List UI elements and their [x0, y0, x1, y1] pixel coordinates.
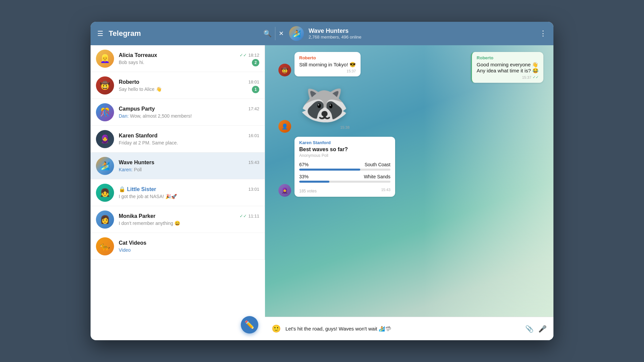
- sidebar-item-alicia[interactable]: 👱‍♀️ Alicia Torreaux ✓✓18:12 Bob says hi…: [91, 45, 265, 72]
- avatar-catvideo: 🐆: [96, 237, 114, 255]
- chat-name-catvideo: Cat Videos: [119, 240, 146, 246]
- avatar-roberto: 🤠: [96, 76, 114, 95]
- chat-content-catvideo: Cat Videos Video: [119, 240, 259, 253]
- chat-top-alicia: Alicia Torreaux ✓✓18:12: [119, 52, 259, 58]
- msg-avatar-user: 👤: [278, 120, 291, 133]
- mic-button[interactable]: 🎤: [538, 325, 547, 333]
- poll-option-1[interactable]: 67% South Coast: [299, 162, 390, 171]
- chat-preview-karen: Friday at 2 PM. Same place.: [119, 140, 226, 145]
- chat-name-roberto: Roberto: [119, 79, 139, 85]
- top-bubble-meta: 15:37 ✓✓: [477, 75, 539, 79]
- poll-meta: 185 votes 15:43: [299, 186, 390, 193]
- avatar-wavehunters: 🏄: [96, 157, 114, 175]
- chat-name-karen: Karen Stanford: [119, 133, 158, 139]
- sidebar-item-karen[interactable]: 🧕 Karen Stanford 16:01 Friday at 2 PM. S…: [91, 126, 265, 153]
- poll-bar-fill-1: [299, 169, 360, 171]
- input-area: 🙂 📎 🎤: [265, 317, 553, 340]
- chat-area: Roberto Good morning everyone 👋Any idea …: [265, 45, 553, 340]
- chat-preview-monika: I don't remember anything 😄: [119, 221, 226, 226]
- sidebar-item-campus[interactable]: 🎊 Campus Party 17:42 Dan: Wow, almost 2,…: [91, 99, 265, 126]
- attach-button[interactable]: 📎: [525, 325, 534, 333]
- chat-content-wavehunters: Wave Hunters 15:43 Karen: Poll: [119, 160, 259, 172]
- bubble-text-roberto: Still morning in Tokyo! 😎: [299, 62, 356, 68]
- search-icon[interactable]: 🔍: [263, 29, 272, 38]
- chat-time-roberto: 18:01: [248, 79, 259, 84]
- chat-header-info: 🏄 Wave Hunters 2,768 members, 496 online: [289, 26, 539, 41]
- message-row-sticker: 👤 🦝 15:38: [278, 80, 540, 133]
- message-input[interactable]: [285, 326, 521, 331]
- bubble-sender-roberto: Roberto: [299, 55, 356, 60]
- emoji-button[interactable]: 🙂: [272, 324, 281, 333]
- poll-option-pct-2: 33%: [299, 174, 309, 179]
- chat-header-text: Wave Hunters 2,768 members, 496 online: [309, 27, 539, 40]
- poll-bar-fill-2: [299, 181, 329, 183]
- chat-content-roberto: Roberto 18:01 Say hello to Alice 👋: [119, 79, 259, 92]
- sidebar-item-roberto[interactable]: 🤠 Roberto 18:01 Say hello to Alice 👋 1: [91, 72, 265, 99]
- chat-name-littlesister: 🔒 Little Sister: [119, 186, 156, 192]
- sidebar-wrapper: 👱‍♀️ Alicia Torreaux ✓✓18:12 Bob says hi…: [91, 45, 265, 340]
- sidebar-item-monika[interactable]: 👩 Monika Parker ✓✓11:11 I don't remember…: [91, 206, 265, 233]
- top-bubble-sender: Roberto: [477, 55, 539, 60]
- badge-roberto: 1: [252, 86, 259, 93]
- bubble-sticker: 🦝 15:38: [294, 80, 354, 133]
- chat-time-alicia: ✓✓18:12: [239, 53, 259, 58]
- poll-title: Best waves so far?: [299, 146, 390, 153]
- bubble-meta-roberto: 15:37: [299, 69, 356, 73]
- chat-header-avatar: 🏄: [289, 26, 304, 41]
- poll-option-text-1: South Coast: [365, 162, 390, 167]
- sidebar-item-littlesister[interactable]: 👧 🔒 Little Sister 13:01 I got the job at…: [91, 179, 265, 206]
- app-title: Telegram: [109, 29, 141, 38]
- chat-top-catvideo: Cat Videos: [119, 240, 259, 246]
- message-row-poll: 🧕 Karen Stanford Best waves so far? Anon…: [278, 137, 540, 197]
- chat-preview-roberto: Say hello to Alice 👋: [119, 86, 226, 92]
- more-options-icon[interactable]: ⋮: [539, 29, 547, 38]
- top-bubble-time: 15:37: [522, 75, 531, 79]
- messages-area: 🤠 Roberto Still morning in Tokyo! 😎 15:3…: [265, 45, 553, 317]
- poll-option-text-2: White Sands: [364, 174, 390, 179]
- chat-name-campus: Campus Party: [119, 106, 155, 112]
- chat-content-monika: Monika Parker ✓✓11:11 I don't remember a…: [119, 213, 259, 226]
- chat-content-campus: Campus Party 17:42 Dan: Wow, almost 2,50…: [119, 106, 259, 119]
- chat-name-alicia: Alicia Torreaux: [119, 52, 157, 58]
- bubble-time-roberto: 15:37: [346, 69, 356, 73]
- app-header: ☰ Telegram 🔍 ✕ 🏄 Wave Hunters 2,768 memb…: [91, 22, 553, 45]
- avatar-karen: 🧕: [96, 130, 114, 148]
- poll-type: Anonymous Poll: [299, 153, 390, 158]
- top-right-bubble: Roberto Good morning everyone 👋Any idea …: [471, 52, 543, 83]
- compose-button[interactable]: ✏️: [241, 316, 258, 334]
- poll-bar-bg-2: [299, 181, 390, 183]
- sticker-image: 🦝: [299, 84, 350, 124]
- poll-bar-bg-1: [299, 169, 390, 171]
- chat-header-name: Wave Hunters: [309, 27, 539, 35]
- chat-top-wavehunters: Wave Hunters 15:43: [119, 160, 259, 166]
- poll-option-2[interactable]: 33% White Sands: [299, 174, 390, 183]
- hamburger-icon[interactable]: ☰: [97, 29, 103, 38]
- chat-time-wavehunters: 15:43: [248, 160, 259, 165]
- poll-sender: Karen Stanford: [299, 140, 390, 145]
- msg-avatar-roberto: 🤠: [278, 64, 291, 76]
- poll-votes: 185 votes: [299, 189, 317, 193]
- chat-preview-campus: Dan: Wow, almost 2,500 members!: [119, 113, 226, 119]
- header-divider: [275, 27, 275, 40]
- chat-top-campus: Campus Party 17:42: [119, 106, 259, 112]
- chat-content-alicia: Alicia Torreaux ✓✓18:12 Bob says hi.: [119, 52, 259, 65]
- msg-avatar-karen-poll: 🧕: [278, 184, 291, 197]
- avatar-monika: 👩: [96, 210, 114, 229]
- close-icon[interactable]: ✕: [279, 30, 284, 37]
- chat-name-monika: Monika Parker: [119, 213, 155, 219]
- chat-top-roberto: Roberto 18:01: [119, 79, 259, 85]
- header-left: ☰ Telegram 🔍: [97, 29, 272, 38]
- chat-preview-catvideo: Video: [119, 247, 226, 253]
- sidebar-item-wavehunters[interactable]: 🏄 Wave Hunters 15:43 Karen: Poll: [91, 153, 265, 179]
- sidebar-item-catvideo[interactable]: 🐆 Cat Videos Video: [91, 233, 265, 260]
- top-bubble-text: Good morning everyone 👋Any idea what tim…: [477, 62, 539, 74]
- chat-top-karen: Karen Stanford 16:01: [119, 133, 259, 139]
- sidebar: 👱‍♀️ Alicia Torreaux ✓✓18:12 Bob says hi…: [91, 45, 265, 260]
- app-body: 👱‍♀️ Alicia Torreaux ✓✓18:12 Bob says hi…: [91, 45, 553, 340]
- poll-option-pct-1: 67%: [299, 162, 309, 167]
- poll-option-label-2: 33% White Sands: [299, 174, 390, 179]
- chat-preview-alicia: Bob says hi.: [119, 60, 226, 65]
- avatar-alicia: 👱‍♀️: [96, 50, 114, 68]
- badge-alicia: 2: [252, 59, 259, 66]
- chat-time-monika: ✓✓11:11: [239, 214, 259, 219]
